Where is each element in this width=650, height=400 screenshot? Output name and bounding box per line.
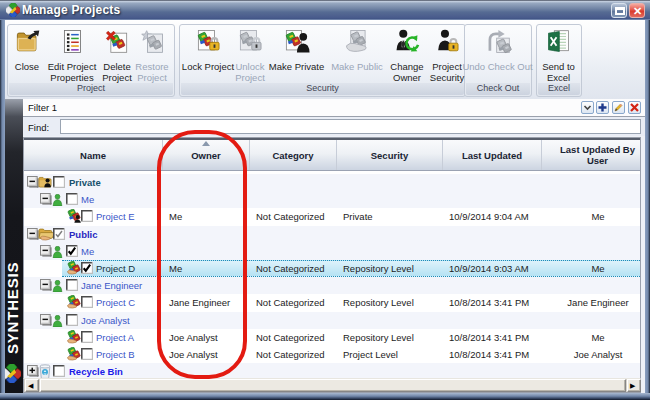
svg-text:SYNTHESIS: SYNTHESIS: [5, 262, 21, 354]
